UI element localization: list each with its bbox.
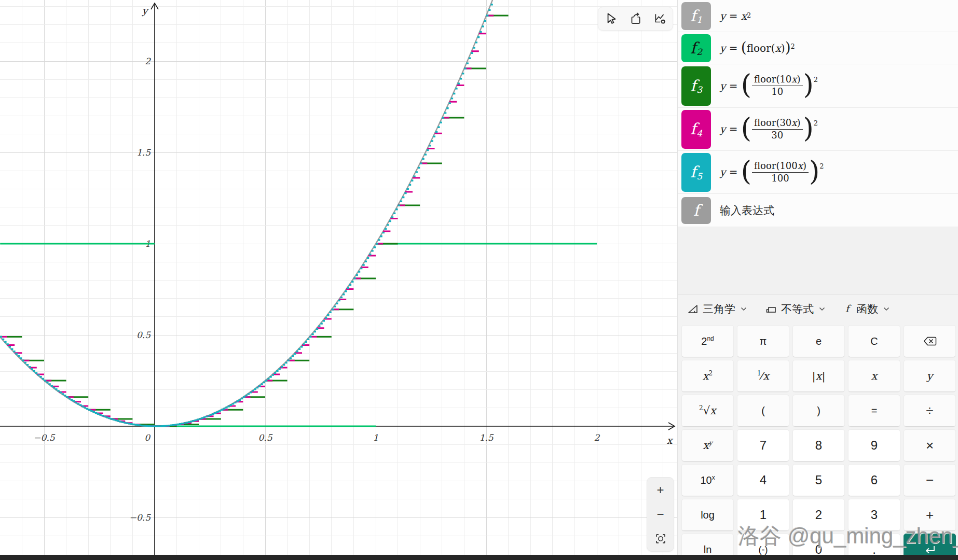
side-panel: f1y = x2f2y = (floor(x))2f3y = (floor(10… (677, 0, 958, 560)
function-expression-f2: y = (floor(x))2 (720, 41, 795, 55)
keypad-menus: 三角学不等式f函数 (678, 295, 958, 323)
menu-inequality[interactable]: 不等式 (765, 302, 825, 316)
curve-f5[interactable] (0, 0, 497, 426)
function-color-button-f4[interactable]: f4 (681, 110, 711, 149)
f-glyph: f (690, 164, 696, 180)
reset-view-icon (654, 533, 667, 545)
key-label: y (927, 370, 933, 382)
function-row-f1[interactable]: f1y = x2 (678, 0, 958, 32)
key-open-paren[interactable]: ( (737, 395, 789, 427)
key-label: 4 (760, 473, 767, 487)
key-euler[interactable]: e (792, 325, 845, 357)
key-ln[interactable]: ln (681, 534, 734, 556)
f-glyph: f (690, 8, 696, 24)
svg-text:f: f (845, 303, 852, 314)
key-multiply[interactable]: × (904, 429, 956, 461)
y-tick-label: 1.5 (136, 147, 151, 158)
key-label: ) (817, 405, 820, 416)
key-x-pow-y[interactable]: xy (681, 429, 734, 461)
key-5[interactable]: 5 (792, 464, 845, 496)
function-color-button-f1[interactable]: f1 (681, 2, 711, 30)
graph-options-button[interactable] (651, 10, 669, 27)
expression-input-row[interactable]: f 输入表达式 (678, 194, 958, 227)
key-label: 6 (871, 473, 878, 487)
key-absolute-value[interactable]: |x| (792, 360, 845, 392)
key-label: 3 (871, 508, 878, 522)
triangle-icon (687, 304, 699, 314)
key-minus[interactable]: − (904, 464, 956, 496)
key-label: + (926, 507, 934, 523)
key-label: − (926, 472, 934, 488)
key-log[interactable]: log (681, 499, 734, 531)
trace-icon (604, 12, 618, 25)
menu-label: 不等式 (781, 302, 814, 316)
function-row-f3[interactable]: f3y = (floor(10x)10)2 (678, 64, 958, 108)
function-row-f4[interactable]: f4y = (floor(30x)30)2 (678, 108, 958, 151)
key-equals[interactable]: = (848, 395, 900, 427)
key-divide[interactable]: ÷ (904, 395, 956, 427)
key-8[interactable]: 8 (792, 429, 845, 461)
share-button[interactable] (626, 10, 644, 27)
key-backspace[interactable] (904, 325, 956, 357)
curve-f3[interactable] (0, 16, 508, 426)
key-square-root[interactable]: 2√x (681, 395, 734, 427)
function-expression-f1: y = x2 (720, 10, 751, 22)
key-label: ( (761, 405, 765, 416)
key-9[interactable]: 9 (848, 429, 900, 461)
curve-f1[interactable] (0, 0, 498, 426)
key-ten-pow-x[interactable]: 10x (681, 464, 734, 496)
key-label: ln (704, 544, 712, 555)
f-glyph: f (690, 78, 696, 94)
menu-label: 三角学 (703, 302, 735, 316)
function-color-button-f3[interactable]: f3 (681, 66, 711, 106)
f-subscript: 4 (696, 129, 702, 138)
key-2nd[interactable]: 2nd (681, 325, 734, 357)
key-y[interactable]: y (904, 360, 956, 392)
key-label: ÷ (926, 403, 933, 418)
backspace-icon (923, 336, 937, 346)
key-x[interactable]: x (848, 360, 900, 392)
key-x-squared[interactable]: x2 (681, 360, 734, 392)
key-superscript: x (712, 474, 715, 481)
f-subscript: 2 (696, 48, 702, 57)
function-expression-f5: y = (floor(100x)100)2 (720, 161, 824, 184)
watermark: 洛谷 @qu_ming_zhen_nan (738, 522, 958, 551)
menu-function[interactable]: f函数 (844, 302, 889, 316)
f-glyph: f (693, 203, 699, 218)
reset-view-button[interactable] (651, 529, 670, 548)
key-label: 1 (760, 508, 767, 522)
key-reciprocal[interactable]: 1⁄x (737, 360, 789, 392)
f-subscript: 1 (696, 16, 702, 24)
graph-canvas[interactable]: xy−0.500.511.5221.510.5−0.5 (0, 0, 677, 560)
trace-button[interactable] (602, 10, 620, 27)
function-row-f2[interactable]: f2y = (floor(x))2 (678, 32, 958, 64)
inequality-icon (765, 304, 777, 314)
key-label: 10 (700, 474, 711, 486)
key-close-paren[interactable]: ) (792, 395, 845, 427)
key-label: π (760, 335, 767, 347)
function-color-button-f2[interactable]: f2 (681, 34, 711, 62)
menu-trigonometry[interactable]: 三角学 (687, 302, 747, 316)
key-label: 2 (701, 335, 707, 347)
key-7[interactable]: 7 (737, 429, 789, 461)
curve-f4[interactable] (0, 0, 501, 426)
menu-label: 函数 (856, 302, 878, 316)
key-label: 2 (815, 508, 822, 522)
key-pi[interactable]: π (737, 325, 789, 357)
key-6[interactable]: 6 (848, 464, 900, 496)
f-glyph: f (690, 121, 696, 137)
zoom-in-button[interactable]: + (651, 481, 670, 499)
function-plot[interactable]: xy−0.500.511.5221.510.5−0.5 (0, 0, 677, 560)
x-tick-label: 1.5 (479, 432, 494, 443)
zoom-out-button[interactable]: − (651, 505, 670, 524)
keypad: 三角学不等式f函数 2ndπeCx21⁄x|x|xy2√x()=÷xy789×1… (678, 295, 958, 556)
graphing-calculator-window: xy−0.500.511.5221.510.5−0.5 (0, 0, 958, 560)
key-superscript: 2 (709, 370, 713, 377)
function-row-f5[interactable]: f5y = (floor(100x)100)2 (678, 151, 958, 194)
key-4[interactable]: 4 (737, 464, 789, 496)
x-tick-label: 0 (144, 432, 150, 443)
graph-options-icon (653, 12, 667, 25)
key-clear[interactable]: C (848, 325, 900, 357)
key-label: x (871, 370, 878, 382)
function-color-button-f5[interactable]: f5 (681, 153, 711, 192)
